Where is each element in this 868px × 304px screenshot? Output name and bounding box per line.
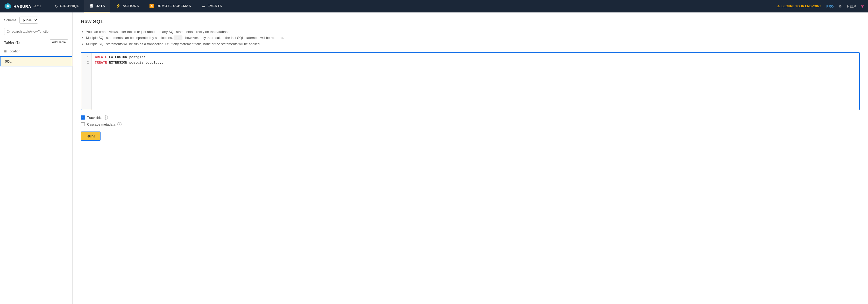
- cascade-metadata-row: Cascade metadata i: [81, 122, 860, 126]
- tab-data-label: DATA: [96, 4, 105, 8]
- tab-graphiql[interactable]: ◇ GRAPHIQL: [50, 0, 84, 12]
- main-layout: Schema: public Tables (1) Add Table ⊞ lo…: [0, 12, 868, 304]
- extension-name-1: postgis;: [129, 55, 145, 59]
- schema-label: Schema:: [4, 18, 18, 22]
- cascade-metadata-checkbox[interactable]: [81, 122, 85, 126]
- nav-tabs: ◇ GRAPHIQL 🗄 DATA ⚡ ACTIONS 🔀 REMOTE SCH…: [50, 0, 777, 12]
- app-name: HASURA: [13, 4, 31, 8]
- info-item-3: Multiple SQL statements will be run as a…: [86, 41, 860, 47]
- svg-point-0: [7, 5, 9, 7]
- search-area: [0, 28, 72, 39]
- hasura-logo: [4, 3, 11, 10]
- tab-actions-label: ACTIONS: [123, 4, 139, 8]
- tab-remote-schemas[interactable]: 🔀 REMOTE SCHEMAS: [144, 0, 196, 12]
- table-icon: ⊞: [4, 50, 7, 53]
- sql-label: SQL: [5, 59, 12, 63]
- run-button[interactable]: Run!: [81, 132, 100, 141]
- track-this-info-icon[interactable]: i: [104, 115, 108, 119]
- tab-actions[interactable]: ⚡ ACTIONS: [111, 0, 144, 12]
- page-title: Raw SQL: [81, 19, 860, 25]
- track-this-checkbox[interactable]: ✓: [81, 115, 85, 119]
- info-item-1: You can create views, alter tables or ju…: [86, 29, 860, 35]
- sidebar: Schema: public Tables (1) Add Table ⊞ lo…: [0, 12, 72, 304]
- line-numbers: 1 2: [81, 53, 92, 110]
- sidebar-item-sql[interactable]: SQL: [0, 56, 72, 66]
- data-icon: 🗄: [89, 4, 94, 8]
- tab-events[interactable]: ☁ EVENTS: [196, 0, 227, 12]
- cascade-metadata-label[interactable]: Cascade metadata: [87, 122, 115, 126]
- code-editor-container[interactable]: 1 2 CREATE EXTENSION postgis; CREATE EXT…: [81, 52, 860, 110]
- keyword-create-2: CREATE: [95, 61, 107, 64]
- code-content[interactable]: CREATE EXTENSION postgis; CREATE EXTENSI…: [92, 53, 859, 110]
- tab-events-label: EVENTS: [208, 4, 222, 8]
- settings-icon[interactable]: ⚙: [839, 4, 842, 8]
- tables-header: Tables (1) Add Table: [0, 39, 72, 47]
- tab-graphiql-label: GRAPHIQL: [60, 4, 79, 8]
- code-line-1: CREATE EXTENSION postgis;: [95, 55, 856, 60]
- cascade-metadata-info-icon[interactable]: i: [117, 122, 122, 126]
- table-name-location: location: [9, 49, 21, 53]
- tab-data[interactable]: 🗄 DATA: [84, 0, 110, 12]
- app-version: v1.2.2: [33, 5, 41, 8]
- secure-endpoint-label: SECURE YOUR ENDPOINT: [781, 4, 821, 8]
- nav-right: ⚠ SECURE YOUR ENDPOINT PRO ⚙ HELP ♥: [777, 4, 864, 9]
- keyword-extension-2: EXTENSION: [109, 61, 129, 64]
- schema-select[interactable]: public: [20, 17, 38, 24]
- secure-endpoint-button[interactable]: ⚠ SECURE YOUR ENDPOINT: [777, 4, 821, 8]
- extension-name-2: postgis_topology;: [129, 61, 164, 64]
- graphiql-icon: ◇: [55, 4, 58, 8]
- track-this-label[interactable]: Track this: [87, 116, 101, 119]
- keyword-extension-1: EXTENSION: [109, 55, 129, 59]
- search-input[interactable]: [4, 28, 68, 35]
- logo-area: HASURA v1.2.2: [4, 3, 41, 10]
- actions-icon: ⚡: [116, 4, 121, 8]
- add-table-button[interactable]: Add Table: [50, 39, 68, 45]
- heart-icon[interactable]: ♥: [861, 4, 864, 9]
- keyword-create-1: CREATE: [95, 55, 107, 59]
- track-this-row: ✓ Track this i: [81, 115, 860, 119]
- events-icon: ☁: [201, 4, 206, 8]
- sidebar-item-location[interactable]: ⊞ location: [0, 47, 72, 55]
- code-editor[interactable]: 1 2 CREATE EXTENSION postgis; CREATE EXT…: [81, 53, 859, 110]
- info-list: You can create views, alter tables or ju…: [81, 29, 860, 47]
- schema-row: Schema: public: [0, 17, 72, 28]
- code-line-2: CREATE EXTENSION postgis_topology;: [95, 60, 856, 65]
- tab-remote-schemas-label: REMOTE SCHEMAS: [156, 4, 191, 8]
- remote-schemas-icon: 🔀: [149, 4, 154, 8]
- top-navigation: HASURA v1.2.2 ◇ GRAPHIQL 🗄 DATA ⚡ ACTION…: [0, 0, 868, 12]
- info-item-2: Multiple SQL statements can be separated…: [86, 35, 860, 41]
- pro-badge[interactable]: PRO: [826, 4, 834, 8]
- main-content: Raw SQL You can create views, alter tabl…: [72, 12, 868, 304]
- tables-title: Tables (1): [4, 40, 20, 44]
- checkmark-icon: ✓: [82, 116, 84, 119]
- warning-icon: ⚠: [777, 4, 780, 8]
- options-row: ✓ Track this i Cascade metadata i: [81, 115, 860, 126]
- help-button[interactable]: HELP: [847, 4, 856, 8]
- semicolon-badge: ;: [174, 35, 182, 40]
